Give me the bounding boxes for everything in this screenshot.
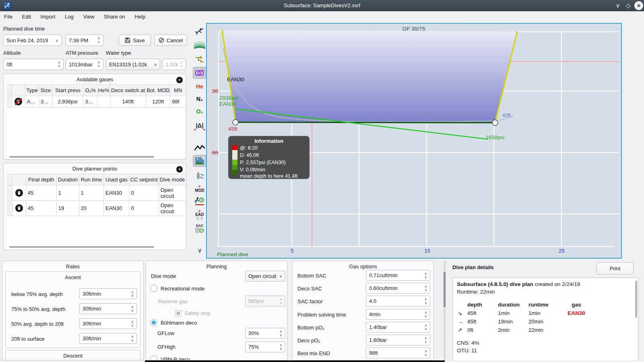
print-button[interactable]: Print — [597, 262, 634, 274]
dive-profile-chart[interactable]: GF 30/75 EAN30 2938psi EAN30 45ft 42ft 1… — [206, 23, 622, 259]
pp-nitrogen-icon[interactable]: N₂ — [193, 93, 206, 105]
sac-factor-spinbox[interactable]: 4.0∧∨ — [366, 296, 430, 306]
horizontal-scrollbar[interactable] — [9, 246, 154, 248]
rate-spinbox[interactable]: 30ft/min∧∨ — [79, 318, 137, 329]
cell-bot-mod[interactable]: 120ft — [146, 96, 170, 107]
dive-mode-icon[interactable] — [193, 25, 206, 37]
cell-final-depth[interactable]: 45 — [26, 201, 57, 216]
cell-o2[interactable]: 3… — [83, 96, 97, 107]
cell-type[interactable]: A… — [25, 96, 39, 107]
horizontal-scrollbar[interactable] — [9, 156, 154, 158]
bottom-po2-spinbox[interactable]: 1.40bar∧∨ — [366, 322, 430, 333]
col-o2[interactable]: O₂% — [84, 85, 98, 96]
pp-oxygen-icon[interactable]: O₂ — [193, 105, 206, 117]
rate-spinbox[interactable]: 30ft/min∧∨ — [79, 333, 137, 344]
delete-point-button[interactable] — [12, 185, 26, 201]
menu-share-on[interactable]: Share on — [100, 11, 129, 20]
col-used-gas[interactable]: Used gas — [104, 174, 129, 185]
menu-help[interactable]: Help — [130, 11, 149, 20]
water-type-combo[interactable]: EN13319 (1.02k ∨ — [106, 59, 160, 70]
col-mnd[interactable]: MN — [170, 85, 186, 96]
photos-icon[interactable] — [193, 155, 206, 167]
gfhigh-spinbox[interactable]: 75% ∧∨ — [245, 341, 285, 352]
dive-handle[interactable] — [233, 119, 238, 125]
gas-row[interactable]: A… 3… 2,938psi 3… 140ft 120ft 98f — [7, 96, 186, 107]
time-spinbox[interactable]: 7:38 PM ∧∨ — [66, 35, 103, 46]
spinner-buttons[interactable]: ∧∨ — [95, 61, 100, 68]
bottom-sac-spinbox[interactable]: 0.71cuft/min∧∨ — [366, 270, 430, 281]
cell-size[interactable]: 3… — [39, 96, 52, 107]
col-start-press[interactable]: Start press — [52, 85, 84, 96]
date-combo[interactable]: Sun Feb 24, 2019 ∨ — [3, 35, 62, 46]
cell-start-press[interactable]: 2,938psi — [52, 96, 84, 107]
col-cc-setpoint[interactable]: CC setpoint — [130, 174, 159, 185]
ceiling-icon[interactable] — [193, 53, 206, 65]
maximize-button[interactable]: ◇ — [624, 1, 633, 10]
col-final-depth[interactable]: Final depth — [26, 174, 57, 185]
cell-used-gas[interactable]: EAN30 — [104, 185, 129, 201]
col-dive-mode[interactable]: Dive mode — [159, 174, 186, 185]
cell-duration[interactable]: 1 — [57, 185, 79, 201]
vertical-scrollbar[interactable] — [444, 272, 446, 307]
cell-he[interactable] — [97, 96, 110, 107]
altitude-spinbox[interactable]: 0ft ∧∨ — [3, 59, 64, 70]
cell-dive-mode[interactable]: Open circuit — [159, 201, 186, 216]
minimize-button[interactable]: ∨ — [613, 1, 622, 10]
ead-icon[interactable]: + EAD (···) — [193, 208, 206, 220]
delete-gas-button[interactable] — [12, 96, 25, 107]
delete-point-button[interactable] — [12, 201, 26, 216]
recreational-mode-radio[interactable] — [150, 285, 157, 292]
setpoint-icon[interactable] — [193, 67, 206, 79]
rate-spinbox[interactable]: 30ft/min∧∨ — [79, 288, 137, 299]
menu-view[interactable]: View — [79, 11, 98, 20]
gflow-spinbox[interactable]: 30% ∧∨ — [245, 328, 285, 339]
spinner-buttons[interactable]: ∧∨ — [95, 37, 100, 44]
col-deco-switch[interactable]: Deco switch at — [110, 85, 147, 96]
menu-log[interactable]: Log — [61, 11, 78, 20]
cell-run-time[interactable]: 20 — [79, 201, 104, 216]
deco-po2-spinbox[interactable]: 1.60bar∧∨ — [366, 335, 430, 346]
cell-run-time[interactable]: 1 — [79, 185, 104, 201]
col-he[interactable]: He% — [98, 85, 110, 96]
ndl-icon[interactable] — [193, 195, 206, 207]
best-mix-end-spinbox[interactable]: 98ft∧∨ — [366, 348, 430, 358]
pp-helium-icon[interactable]: He — [193, 80, 206, 93]
sac-icon[interactable]: SAC — [193, 222, 206, 234]
toolbar-more-chevron-icon[interactable]: ∨ — [193, 244, 206, 256]
cell-deco-switch[interactable]: 140ft — [110, 96, 147, 107]
cell-mnd[interactable]: 98f — [170, 96, 186, 107]
menu-import[interactable]: Import — [37, 11, 60, 20]
cell-final-depth[interactable]: 45 — [26, 185, 57, 201]
details-vertical-scrollbar[interactable] — [635, 281, 637, 318]
menu-file[interactable]: File — [0, 11, 17, 20]
problem-solving-time-spinbox[interactable]: 4min∧∨ — [366, 309, 430, 320]
cell-duration[interactable]: 19 — [57, 201, 79, 216]
mod-icon[interactable]: + MOD — [193, 183, 206, 195]
col-size[interactable]: Size — [39, 85, 52, 96]
dive-handle[interactable] — [492, 120, 498, 125]
atm-pressure-spinbox[interactable]: 1013mbar ∧∨ — [66, 59, 103, 70]
point-row[interactable]: 45 1 1 EAN30 0 Open circuit — [7, 185, 186, 201]
add-point-button[interactable]: + — [176, 166, 183, 173]
vpmb-deco-radio[interactable] — [150, 356, 157, 360]
save-button[interactable]: Save — [119, 35, 151, 46]
col-duration[interactable]: Duration — [57, 174, 79, 185]
cell-dive-mode[interactable]: Open circuit — [159, 185, 186, 201]
col-type[interactable]: Type — [25, 85, 39, 96]
cell-cc-setpoint[interactable]: 0 — [129, 185, 159, 201]
point-row[interactable]: 45 19 20 EAN30 0 Open circuit — [7, 201, 186, 216]
cell-cc-setpoint[interactable]: 0 — [129, 201, 159, 216]
menu-edit[interactable]: Edit — [18, 11, 35, 20]
buhlmann-deco-radio[interactable] — [150, 319, 157, 326]
add-gas-button[interactable]: + — [176, 77, 183, 83]
cancel-button[interactable]: Cancel — [154, 35, 187, 46]
rate-spinbox[interactable]: 30ft/min∧∨ — [79, 303, 137, 314]
heartrate-icon[interactable] — [193, 142, 206, 154]
cell-used-gas[interactable]: EAN30 — [104, 201, 129, 216]
close-button[interactable]: × — [634, 1, 643, 10]
dive-mode-combo[interactable]: Open circuit ∨ — [245, 271, 285, 282]
spinner-buttons[interactable]: ∧∨ — [56, 61, 60, 68]
deco-sac-spinbox[interactable]: 0.60cuft/min∧∨ — [366, 283, 430, 294]
gas-change-icon[interactable] — [193, 170, 206, 182]
col-run-time[interactable]: Run time — [79, 174, 104, 185]
